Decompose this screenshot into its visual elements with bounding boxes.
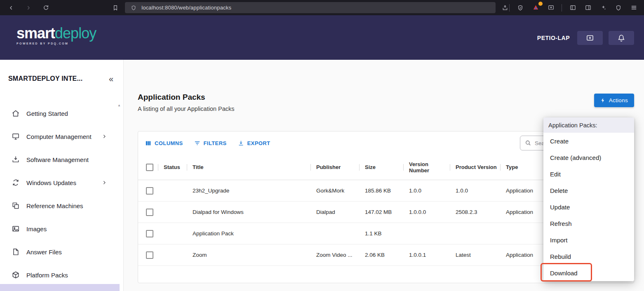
row-checkbox[interactable] [146, 187, 153, 195]
menu-item-import[interactable]: Import [543, 232, 634, 248]
column-header-publisher[interactable]: Publisher [310, 155, 359, 180]
collapse-sidebar-icon[interactable]: « [109, 75, 113, 83]
cell-size: 185.86 KB [359, 188, 403, 194]
columns-button[interactable]: COLUMNS [145, 140, 183, 147]
actions-button-label: Actions [609, 97, 628, 103]
sidebar-item-reference-machines[interactable]: Reference Machines [0, 194, 123, 217]
menu-item-update[interactable]: Update [543, 199, 634, 215]
select-all-checkbox[interactable] [146, 164, 153, 171]
page-title: Application Packs [138, 93, 235, 102]
sidebar-item-label: Software Management [26, 156, 89, 163]
notifications-button[interactable] [609, 31, 634, 45]
cell-publisher: Zoom Video ... [310, 252, 359, 258]
menu-item-delete[interactable]: Delete [543, 182, 634, 199]
page-subtitle: A listing of all your Application Packs [138, 106, 235, 112]
column-header-size[interactable]: Size [359, 155, 403, 180]
cell-version: 1.0.0.0 [403, 209, 450, 215]
filters-button[interactable]: FILTERS [194, 140, 227, 147]
plus-box-icon [586, 34, 594, 42]
menu-item-rebuild[interactable]: Rebuild [543, 248, 634, 265]
menu-item-refresh[interactable]: Refresh [543, 215, 634, 232]
image-icon [12, 225, 20, 233]
back-icon[interactable] [7, 3, 16, 12]
sidebar-item-windows-updates[interactable]: Windows Updates [0, 171, 123, 194]
menu-item-create-advanced[interactable]: Create (advanced) [543, 149, 634, 166]
smartdeploy-logo[interactable]: smartdeploy POWERED BY PDQ.COM [16, 26, 96, 45]
row-checkbox[interactable] [146, 230, 153, 237]
export-button-label: EXPORT [247, 140, 270, 146]
row-checkbox[interactable] [146, 251, 153, 259]
sidebar-item-software-management[interactable]: Software Management [0, 148, 123, 171]
forward-icon[interactable] [24, 3, 33, 12]
actions-button[interactable]: Actions [594, 94, 634, 107]
bookmark-icon[interactable] [111, 3, 119, 12]
actions-menu: Application Packs: Create Create (advanc… [543, 117, 634, 281]
sidebar-item-label: Images [26, 225, 47, 232]
download-tray-icon [12, 155, 20, 164]
logo-tagline: POWERED BY PDQ.COM [16, 42, 96, 45]
file-icon [12, 248, 20, 256]
row-checkbox[interactable] [146, 209, 153, 216]
cell-title: Zoom [187, 252, 310, 258]
sidebar-item-label: Windows Updates [26, 179, 76, 186]
export-button[interactable]: EXPORT [237, 140, 270, 147]
actions-menu-header: Application Packs: [543, 117, 634, 133]
sidebar-item-platform-packs[interactable]: Platform Packs [0, 263, 123, 286]
column-header-title[interactable]: Title [187, 155, 310, 180]
sidebar-item-label: Platform Packs [26, 272, 68, 279]
copy-icon [12, 202, 20, 210]
cell-publisher: Dialpad [310, 209, 359, 215]
toolbar-divider [509, 4, 510, 12]
url-bar[interactable]: localhost:8080/web/applicationpacks [125, 2, 496, 13]
extension-icon[interactable] [531, 3, 540, 12]
application-window: localhost:8080/web/applicationpacks [0, 0, 644, 291]
browser-toolbar: localhost:8080/web/applicationpacks [0, 0, 644, 15]
sidebar-toggle-icon[interactable] [568, 3, 577, 12]
sidebar-item-images[interactable]: Images [0, 217, 123, 240]
sidebar-item-label: Computer Management [26, 133, 92, 140]
url-text: localhost:8080/web/applicationpacks [141, 5, 231, 11]
sidebar-item-label: Reference Machines [26, 202, 83, 209]
sidebar-item-selected-partial[interactable] [0, 284, 120, 291]
cell-size: 1.1 KB [359, 230, 403, 237]
home-icon [12, 109, 20, 117]
monitor-icon [12, 132, 20, 141]
cell-product-version: 1.0.0 [450, 188, 500, 194]
menu-item-download[interactable]: Download [543, 265, 634, 281]
site-security-icon[interactable] [129, 3, 138, 12]
sidebar-item-computer-management[interactable]: Computer Management [0, 125, 123, 148]
menu-item-create[interactable]: Create [543, 133, 634, 149]
filter-icon [194, 140, 201, 147]
protection-shield-icon[interactable] [614, 3, 623, 12]
menu-icon[interactable] [629, 3, 638, 12]
panel-icon[interactable] [583, 3, 592, 12]
cell-product-version: 2508.2.3 [450, 209, 500, 215]
export-icon [237, 140, 244, 147]
share-icon[interactable] [501, 3, 509, 12]
machine-name-label: PETIO-LAP [537, 35, 570, 41]
cell-title: Dialpad for Windows [187, 209, 310, 215]
sparkle-icon[interactable] [599, 3, 608, 12]
shield-extension-icon[interactable] [516, 3, 525, 12]
actions-icon [600, 98, 606, 103]
column-header-product-version[interactable]: Product Version [450, 155, 500, 180]
filters-button-label: FILTERS [204, 140, 227, 146]
sidebar-item-getting-started[interactable]: Getting Started [0, 102, 123, 125]
scroll-up-icon[interactable]: ▲ [118, 103, 121, 107]
cell-version: 1.0.0.1 [403, 252, 450, 258]
app-header: smartdeploy POWERED BY PDQ.COM PETIO-LAP [0, 15, 644, 60]
columns-button-label: COLUMNS [155, 140, 183, 146]
sidebar: SMARTDEPLOY INTE... « ▲ Getting Started … [0, 60, 124, 291]
cell-publisher: Gork&Mork [310, 188, 359, 194]
column-header-version-number[interactable]: Version Number [403, 155, 450, 180]
save-page-icon[interactable] [546, 3, 555, 12]
sidebar-item-answer-files[interactable]: Answer Files [0, 240, 123, 263]
cell-product-version: Latest [450, 252, 500, 258]
deploy-button[interactable] [577, 31, 603, 45]
menu-item-edit[interactable]: Edit [543, 166, 634, 182]
column-header-status[interactable]: Status [158, 155, 187, 180]
cell-size: 147.02 MB [359, 209, 403, 215]
sidebar-title: SMARTDEPLOY INTE... [8, 75, 82, 82]
reload-icon[interactable] [41, 3, 50, 12]
notification-badge [538, 2, 543, 6]
